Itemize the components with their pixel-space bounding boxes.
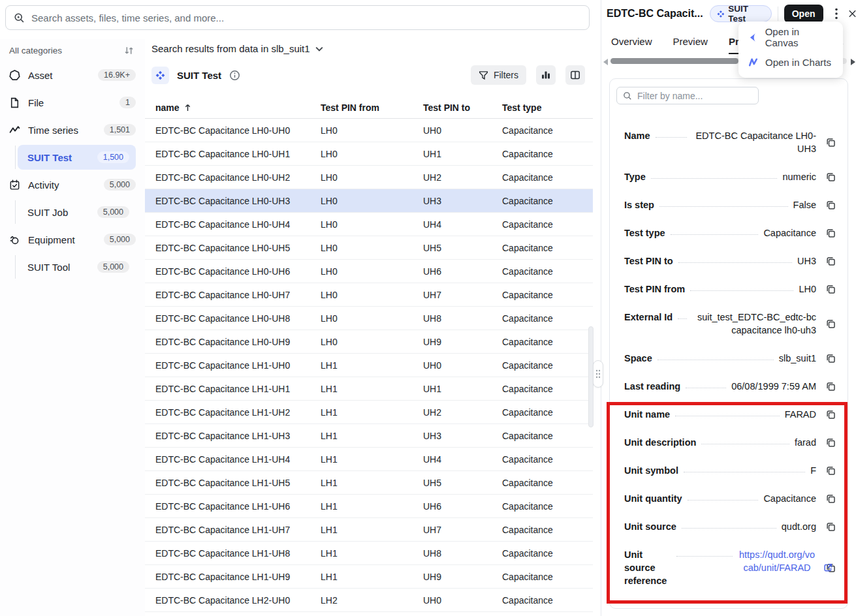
copy-button[interactable]	[825, 381, 837, 392]
count-badge: 5,000	[97, 261, 129, 273]
column-header-name[interactable]: name	[145, 102, 310, 113]
sidebar-item-suit-job[interactable]: SUIT Job 5,000	[18, 200, 136, 224]
table-row[interactable]: EDTC-BC Capacitance LH1-UH7 LH1 UH7 Capa…	[145, 518, 593, 542]
sidebar-item-time-series[interactable]: Time series 1,501	[0, 116, 145, 144]
column-header-test-pin-to[interactable]: Test PIN to	[413, 102, 492, 113]
sidebar-item-suit-tool[interactable]: SUIT Tool 5,000	[18, 254, 136, 279]
sidebar-item-asset[interactable]: Asset 16.9K+	[0, 61, 145, 89]
table-row[interactable]: EDTC-BC Capacitance LH1-UH3 LH1 UH3 Capa…	[145, 424, 593, 448]
table-row[interactable]: EDTC-BC Capacitance LH0-UH0 LH0 UH0 Capa…	[145, 119, 593, 142]
table-row[interactable]: EDTC-BC Capacitance LH1-UH5 LH1 UH5 Capa…	[145, 471, 593, 495]
cell-test-pin-to: UH0	[413, 595, 492, 606]
cell-test-pin-to: UH2	[413, 172, 492, 183]
cell-name: EDTC-BC Capacitance LH0-UH5	[145, 243, 310, 253]
copy-button[interactable]	[825, 353, 837, 364]
copy-icon	[825, 521, 836, 532]
copy-button[interactable]	[825, 493, 837, 504]
detail-type-label: SUIT Test	[728, 4, 764, 23]
sidebar-item-file[interactable]: File 1	[0, 89, 145, 116]
entity-type-chip: SUIT Test	[151, 67, 240, 84]
copy-icon	[825, 200, 836, 211]
property-row: Test PIN to UH3	[624, 254, 837, 268]
property-row: Test type Capacitance	[624, 226, 837, 239]
copy-button[interactable]	[825, 521, 837, 532]
unit-source-reference-link[interactable]: https://qudt.org/vocab/unit/FARAD	[738, 548, 816, 574]
dotted-leader	[682, 520, 776, 529]
copy-button[interactable]	[825, 172, 837, 183]
sidebar-item-label: File	[28, 97, 112, 108]
menu-item-open-in-canvas[interactable]: Open in Canvas	[738, 25, 843, 50]
property-value: suit_test_EDTC-BC_edtc-bc capacitance lh…	[692, 311, 816, 337]
sidebar-item-activity[interactable]: Activity 5,000	[0, 171, 145, 198]
copy-button[interactable]	[825, 437, 837, 448]
panel-resize-handle[interactable]	[593, 360, 603, 388]
table-row[interactable]: EDTC-BC Capacitance LH0-UH6 LH0 UH6 Capa…	[145, 260, 593, 283]
copy-button[interactable]	[825, 256, 837, 267]
cell-test-type: Capacitance	[492, 454, 593, 465]
copy-button[interactable]	[825, 228, 837, 239]
scroll-right-icon[interactable]	[851, 59, 855, 65]
copy-button[interactable]	[825, 409, 837, 420]
count-badge: 1	[119, 97, 136, 108]
cell-test-pin-from: LH1	[310, 454, 413, 465]
menu-item-open-in-charts[interactable]: Open in Charts	[738, 50, 843, 74]
scrollbar-thumb[interactable]	[610, 58, 738, 64]
property-label: Unit source	[624, 520, 676, 533]
copy-button[interactable]	[825, 200, 837, 211]
table-row[interactable]: EDTC-BC Capacitance LH0-UH4 LH0 UH4 Capa…	[145, 213, 593, 236]
sort-icon[interactable]	[123, 45, 135, 56]
close-panel-button[interactable]	[849, 5, 856, 23]
dotted-leader	[676, 548, 733, 557]
sidebar-item-suit-test[interactable]: SUIT Test 1,500	[18, 145, 136, 170]
cell-test-type: Capacitance	[492, 313, 593, 324]
scroll-left-icon[interactable]	[603, 59, 608, 65]
cell-test-type: Capacitance	[492, 431, 593, 441]
info-icon[interactable]	[229, 70, 240, 81]
table-row[interactable]: EDTC-BC Capacitance LH2-UH0 LH2 UH0 Capa…	[145, 589, 593, 612]
global-search-input[interactable]: Search assets, files, time series, and m…	[5, 5, 590, 30]
table-row[interactable]: EDTC-BC Capacitance LH1-UH2 LH1 UH2 Capa…	[145, 401, 593, 424]
sidebar-item-equipment[interactable]: Equipment 5,000	[0, 226, 145, 253]
results-scope-dropdown[interactable]: Search results from data in slb_suit1	[151, 43, 323, 54]
copy-button[interactable]	[825, 318, 837, 330]
table-row[interactable]: EDTC-BC Capacitance LH0-UH5 LH0 UH5 Capa…	[145, 236, 593, 260]
open-button[interactable]: Open	[784, 5, 823, 23]
table-row[interactable]: EDTC-BC Capacitance LH0-UH1 LH0 UH1 Capa…	[145, 142, 593, 166]
property-label: Unit name	[624, 408, 670, 421]
property-label: Test PIN to	[624, 254, 673, 268]
copy-button[interactable]	[825, 284, 837, 295]
properties-card: Filter by name... Name EDTC-BC Capacitan…	[609, 78, 848, 609]
split-view-button[interactable]	[565, 65, 585, 85]
property-row: Type numeric	[624, 170, 837, 183]
table-row[interactable]: EDTC-BC Capacitance LH1-UH0 LH1 UH0 Capa…	[145, 354, 593, 377]
table-row[interactable]: EDTC-BC Capacitance LH0-UH7 LH0 UH7 Capa…	[145, 283, 593, 307]
filter-by-name-input[interactable]: Filter by name...	[616, 87, 759, 104]
property-value: UH3	[797, 254, 816, 268]
tab-overview[interactable]: Overview	[611, 36, 652, 54]
table-row[interactable]: EDTC-BC Capacitance LH1-UH8 LH1 UH8 Capa…	[145, 542, 593, 565]
table-row[interactable]: EDTC-BC Capacitance LH1-UH9 LH1 UH9 Capa…	[145, 565, 593, 589]
property-row: Space slb_suit1	[624, 352, 837, 365]
column-header-test-type[interactable]: Test type	[492, 102, 593, 113]
cell-test-type: Capacitance	[492, 595, 593, 606]
table-row[interactable]: EDTC-BC Capacitance LH1-UH6 LH1 UH6 Capa…	[145, 495, 593, 518]
sidebar-item-label: SUIT Test	[27, 152, 89, 163]
table-row[interactable]: EDTC-BC Capacitance LH0-UH2 LH0 UH2 Capa…	[145, 166, 593, 189]
chart-view-button[interactable]	[536, 65, 556, 85]
table-row[interactable]: EDTC-BC Capacitance LH1-UH4 LH1 UH4 Capa…	[145, 448, 593, 471]
file-icon	[9, 97, 20, 108]
cell-test-type: Capacitance	[492, 172, 593, 183]
table-row[interactable]: EDTC-BC Capacitance LH0-UH8 LH0 UH8 Capa…	[145, 307, 593, 330]
table-row[interactable]: EDTC-BC Capacitance LH1-UH1 LH1 UH1 Capa…	[145, 377, 593, 401]
filters-button[interactable]: Filters	[471, 65, 526, 85]
property-value: slb_suit1	[779, 352, 816, 365]
tab-preview[interactable]: Preview	[673, 36, 708, 54]
more-options-button[interactable]	[829, 5, 846, 23]
cell-name: EDTC-BC Capacitance LH1-UH4	[145, 454, 310, 465]
detail-type-chip[interactable]: SUIT Test	[710, 5, 772, 22]
copy-button[interactable]	[825, 465, 837, 476]
copy-button[interactable]	[825, 137, 837, 148]
table-row[interactable]: EDTC-BC Capacitance LH0-UH3 LH0 UH3 Capa…	[145, 189, 593, 213]
table-row[interactable]: EDTC-BC Capacitance LH0-UH9 LH0 UH9 Capa…	[145, 330, 593, 354]
column-header-test-pin-from[interactable]: Test PIN from	[310, 102, 413, 113]
